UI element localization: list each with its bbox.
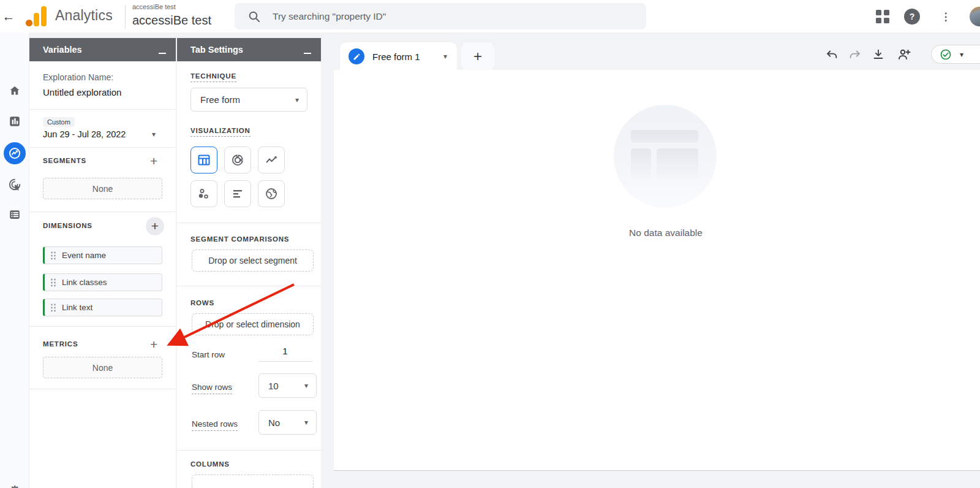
undo-icon [825, 48, 839, 61]
sidebar-item-settings[interactable]: ⚙ [0, 479, 29, 488]
tab-settings-panel: Tab Settings TECHNIQUE Free form ▾ VISUA… [177, 38, 321, 488]
variables-title: Variables [43, 45, 159, 55]
viz-scatter-button[interactable] [190, 180, 217, 207]
redo-button[interactable] [847, 47, 863, 63]
tab-settings-header: Tab Settings [177, 38, 321, 61]
undo-button[interactable] [824, 47, 840, 63]
share-users-icon [897, 47, 911, 62]
dimension-chip[interactable]: Event name [43, 246, 162, 264]
sidebar-item-advertising[interactable] [0, 172, 29, 197]
drag-handle-icon[interactable] [50, 303, 56, 312]
divider [29, 326, 176, 327]
dimension-chip[interactable]: Link text [43, 299, 162, 316]
viz-line-button[interactable] [258, 147, 285, 173]
start-row-label: Start row [192, 350, 225, 359]
home-icon [8, 84, 21, 97]
tab-caret-icon[interactable]: ▾ [443, 52, 447, 61]
empty-state-illustration [614, 105, 717, 208]
status-dropdown-button[interactable]: ▾ [931, 45, 980, 64]
minimize-variables-icon[interactable] [159, 53, 166, 54]
columns-label: COLUMNS [190, 460, 230, 468]
viz-table-button[interactable] [190, 147, 217, 173]
left-nav-rail: ⚙ [0, 32, 29, 488]
segments-empty-slot[interactable]: None [43, 178, 162, 199]
divider [177, 286, 321, 286]
property-switcher[interactable]: accessiBe test [132, 13, 211, 28]
date-range-caret-icon[interactable]: ▾ [152, 130, 156, 139]
topbar-divider [125, 5, 126, 28]
exploration-canvas: No data available [334, 70, 980, 471]
avatar[interactable] [970, 7, 980, 26]
segments-empty-label: None [92, 184, 113, 194]
search-input[interactable] [273, 11, 616, 22]
dimension-chip-label: Link text [62, 303, 92, 312]
nested-rows-select[interactable]: No ▾ [258, 410, 317, 435]
dimension-drop-placeholder: Drop or select dimension [205, 319, 300, 329]
technique-select[interactable]: Free form ▾ [190, 88, 307, 112]
sidebar-item-library[interactable] [0, 202, 29, 227]
viz-donut-button[interactable] [224, 147, 251, 173]
apps-grid-icon[interactable] [876, 10, 889, 23]
technique-label: TECHNIQUE [190, 72, 236, 80]
show-rows-select[interactable]: 10 ▾ [258, 373, 317, 398]
help-icon[interactable]: ? [904, 9, 920, 25]
table-icon [197, 153, 211, 167]
technique-value: Free form [200, 94, 295, 105]
download-icon [872, 48, 885, 61]
donut-chart-icon [230, 153, 245, 167]
divider [29, 389, 176, 389]
download-button[interactable] [870, 47, 886, 63]
add-tab-button[interactable]: + [461, 42, 494, 71]
variables-panel: Variables Exploration Name: Untitled exp… [29, 38, 176, 488]
show-rows-label: Show rows [192, 383, 232, 392]
dimension-chip[interactable]: Link classes [43, 273, 162, 291]
nested-rows-label: Nested rows [192, 419, 238, 429]
tab-settings-title: Tab Settings [190, 45, 304, 55]
segments-label: SEGMENTS [43, 157, 86, 164]
visualization-label: VISUALIZATION [190, 127, 251, 134]
divider [29, 212, 176, 212]
tab-label: Free form 1 [372, 51, 443, 62]
columns-drop-target[interactable] [192, 475, 314, 488]
sidebar-item-reports[interactable] [0, 109, 29, 134]
chevron-down-icon: ▾ [304, 418, 308, 427]
redo-icon [848, 48, 862, 61]
drag-handle-icon[interactable] [50, 278, 56, 287]
pencil-icon [353, 53, 361, 61]
divider [29, 147, 176, 148]
metrics-empty-slot[interactable]: None [43, 357, 162, 378]
exploration-name-value[interactable]: Untitled exploration [43, 87, 121, 97]
add-segment-button[interactable]: + [150, 154, 157, 167]
add-dimension-button[interactable]: + [146, 217, 164, 235]
chevron-down-icon: ▾ [304, 381, 308, 390]
minimize-tab-settings-icon[interactable] [304, 53, 311, 54]
more-menu-icon[interactable]: ⋮ [940, 8, 952, 25]
back-arrow-icon[interactable]: ← [1, 8, 16, 25]
divider [177, 223, 321, 223]
segment-drop-placeholder: Drop or select segment [208, 256, 297, 265]
chevron-down-icon: ▾ [295, 96, 299, 104]
visualization-label-text: VISUALIZATION [190, 127, 251, 137]
analytics-logo-icon [24, 6, 49, 27]
date-range-value[interactable]: Jun 29 - Jul 28, 2022 [43, 129, 126, 139]
start-row-input[interactable]: 1 [258, 346, 312, 362]
add-metric-button[interactable]: + [150, 338, 157, 351]
bar-chart-icon [230, 186, 245, 201]
sidebar-item-explore[interactable] [0, 141, 29, 166]
gear-icon: ⚙ [9, 483, 21, 488]
account-name: accessiBe test [132, 3, 176, 10]
share-button[interactable] [896, 47, 912, 63]
line-chart-icon [264, 153, 279, 167]
top-bar: ← Analytics accessiBe test accessiBe tes… [0, 0, 980, 32]
rows-label: ROWS [190, 299, 214, 307]
tab-free-form-1[interactable]: Free form 1 ▾ [340, 42, 457, 71]
drag-handle-icon[interactable] [50, 251, 56, 260]
library-list-icon [8, 208, 21, 221]
date-range-badge: Custom [43, 117, 75, 127]
search-bar[interactable] [235, 3, 646, 29]
segment-drop-target[interactable]: Drop or select segment [192, 250, 314, 272]
viz-bar-button[interactable] [224, 180, 251, 207]
sidebar-item-home[interactable] [0, 78, 29, 103]
viz-geo-button[interactable] [258, 180, 285, 207]
dimension-drop-target[interactable]: Drop or select dimension [192, 313, 314, 335]
